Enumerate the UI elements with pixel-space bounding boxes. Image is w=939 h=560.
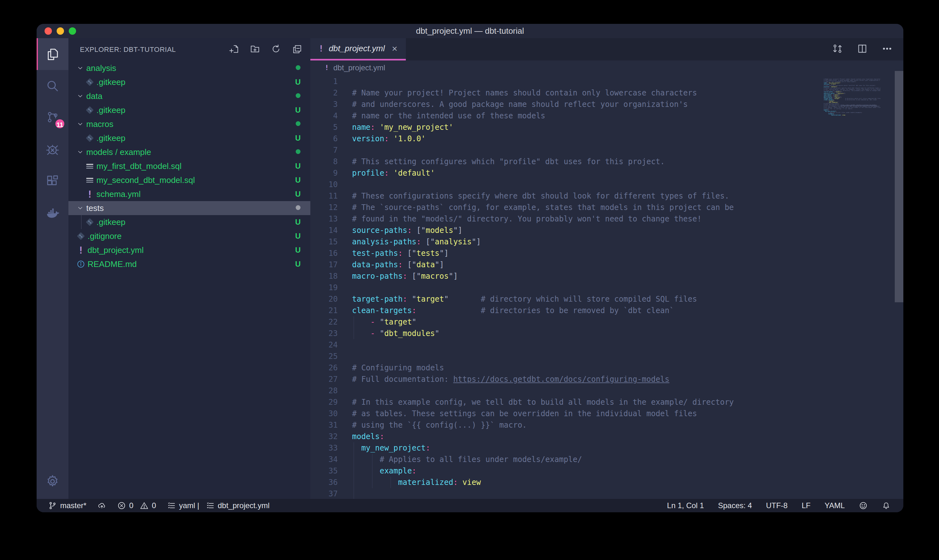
- code-text: [338, 385, 352, 397]
- status-language-mode[interactable]: YAML: [824, 501, 845, 510]
- tree-file-my-first-dbt-model-sql[interactable]: my_first_dbt_model.sqlU: [68, 159, 310, 173]
- breadcrumb-file[interactable]: dbt_project.yml: [333, 63, 385, 72]
- tree-file--gitkeep[interactable]: .gitkeepU: [68, 75, 310, 89]
- code-text: [338, 282, 352, 293]
- title-bar: dbt_project.yml — dbt-tutorial: [37, 24, 904, 38]
- yaml-warning-icon: !: [75, 245, 86, 256]
- code-line: 12# The `source-paths` config, for examp…: [310, 202, 904, 213]
- tree-folder-data[interactable]: data: [68, 89, 310, 103]
- line-number: 6: [310, 133, 338, 145]
- status-git-branch-status[interactable]: master*: [48, 501, 86, 510]
- tree-item-label: data: [86, 91, 103, 101]
- untracked-badge: U: [294, 190, 302, 198]
- close-tab-icon[interactable]: ×: [392, 43, 397, 54]
- tree-folder-macros[interactable]: macros: [68, 117, 310, 131]
- line-number: 2: [310, 87, 338, 98]
- editor-scrollbar[interactable]: [895, 71, 904, 302]
- tree-file--gitignore[interactable]: .gitignoreU: [68, 229, 310, 243]
- activity-settings-icon[interactable]: [37, 464, 68, 499]
- status-outline-file[interactable]: dbt_project.yml: [206, 501, 269, 510]
- more-icon[interactable]: [882, 43, 893, 55]
- new-folder-icon[interactable]: [250, 44, 260, 55]
- activity-source-control-icon[interactable]: 11: [37, 102, 68, 134]
- collapse-all-icon[interactable]: [292, 44, 302, 55]
- untracked-badge: U: [294, 218, 302, 226]
- status-eol[interactable]: LF: [802, 501, 810, 510]
- tree-file-my-second-dbt-model-sql[interactable]: my_second_dbt_model.sqlU: [68, 173, 310, 187]
- code-text: my_new_project:: [338, 442, 430, 454]
- new-file-icon[interactable]: [229, 44, 239, 55]
- code-line: 11# These configurations specify where d…: [310, 190, 904, 202]
- code-text: [338, 351, 352, 362]
- line-number: 14: [310, 225, 338, 236]
- tree-file-readme-md[interactable]: README.mdU: [68, 257, 310, 271]
- line-number: 13: [310, 213, 338, 225]
- code-text: analysis-paths: ["analysis"]: [338, 236, 481, 248]
- code-text: # These configurations specify where dbt…: [338, 190, 729, 202]
- status-feedback[interactable]: [859, 501, 868, 510]
- code-text: # using the `{{ config(...) }}` macro.: [338, 419, 527, 431]
- line-number: 8: [310, 156, 338, 168]
- line-number: 17: [310, 259, 338, 271]
- tree-file--gitkeep[interactable]: .gitkeepU: [68, 131, 310, 145]
- activity-bar: 11: [37, 38, 68, 499]
- indent-guide: [372, 477, 373, 488]
- code-line: 35 example:: [310, 465, 904, 477]
- code-text: clean-targets: # directories to be remov…: [338, 305, 674, 316]
- tree-folder-analysis[interactable]: analysis: [68, 61, 310, 75]
- tree-folder-tests[interactable]: tests: [68, 201, 310, 215]
- tab-dbt-project-yml[interactable]: ! dbt_project.yml ×: [310, 38, 406, 60]
- status-notifications[interactable]: [882, 501, 891, 510]
- code-text: # The `source-paths` config, for example…: [338, 202, 734, 213]
- git-file-icon: [75, 232, 86, 240]
- activity-debug-icon[interactable]: [37, 134, 68, 165]
- line-number: 7: [310, 145, 338, 156]
- tree-folder-models-example[interactable]: models / example: [68, 145, 310, 159]
- code-line: 26# Configuring models: [310, 362, 904, 374]
- refresh-icon[interactable]: [271, 44, 281, 55]
- folder-status-dot: [294, 65, 302, 71]
- code-text: [338, 179, 352, 190]
- code-editor[interactable]: 12# Name your project! Project names sho…: [310, 75, 904, 499]
- untracked-badge: U: [294, 246, 302, 255]
- activity-files-icon[interactable]: [37, 38, 68, 70]
- split-icon[interactable]: [857, 43, 868, 55]
- tree-file-dbt-project-yml[interactable]: !dbt_project.ymlU: [68, 243, 310, 257]
- window-title: dbt_project.yml — dbt-tutorial: [37, 24, 904, 38]
- code-text: - "dbt_modules": [338, 328, 440, 339]
- code-text: # Name your project! Project names shoul…: [338, 87, 697, 98]
- code-text: # In this example config, we tell dbt to…: [338, 397, 734, 408]
- tree-file-schema-yml[interactable]: !schema.ymlU: [68, 187, 310, 201]
- code-line: 21clean-targets: # directories to be rem…: [310, 305, 904, 316]
- code-line: 25: [310, 351, 904, 362]
- activity-docker-icon[interactable]: [37, 197, 68, 229]
- code-text: name: 'my_new_project': [338, 122, 453, 133]
- tree-file--gitkeep[interactable]: .gitkeepU: [68, 103, 310, 117]
- status-cursor-position[interactable]: Ln 1, Col 1: [667, 501, 704, 510]
- line-number: 25: [310, 351, 338, 362]
- code-text: # found in the "models/" directory. You …: [338, 213, 702, 225]
- status-publish-changes[interactable]: [97, 501, 106, 510]
- line-number: 35: [310, 465, 338, 477]
- activity-search-icon[interactable]: [37, 70, 68, 102]
- status-encoding[interactable]: UTF-8: [766, 501, 788, 510]
- status-outline-yaml[interactable]: yaml |: [167, 501, 199, 510]
- status-error-count[interactable]: 0: [117, 501, 133, 510]
- yaml-warning-icon: !: [319, 44, 324, 54]
- compare-icon[interactable]: [832, 43, 843, 55]
- line-number: 5: [310, 122, 338, 133]
- status-warning-count[interactable]: 0: [140, 501, 156, 510]
- code-line: 9profile: 'default': [310, 168, 904, 179]
- minimap[interactable]: # Name your project! Project names shoul…: [824, 78, 881, 116]
- breadcrumb[interactable]: ! dbt_project.yml: [310, 60, 904, 75]
- line-number: 24: [310, 339, 338, 351]
- source-control-badge: 11: [54, 118, 65, 129]
- status-indentation[interactable]: Spaces: 4: [718, 501, 752, 510]
- file-tree: analysis.gitkeepUdata.gitkeepUmacros.git…: [68, 61, 310, 499]
- tree-file--gitkeep[interactable]: .gitkeepU: [68, 215, 310, 229]
- explorer-sidebar: EXPLORER: DBT-TUTORIAL analysis.gitkeepU…: [68, 38, 310, 499]
- activity-extensions-icon[interactable]: [37, 165, 68, 197]
- line-number: 28: [310, 385, 338, 397]
- sql-file-icon: [84, 163, 95, 169]
- code-text: # Configuring models: [338, 362, 444, 374]
